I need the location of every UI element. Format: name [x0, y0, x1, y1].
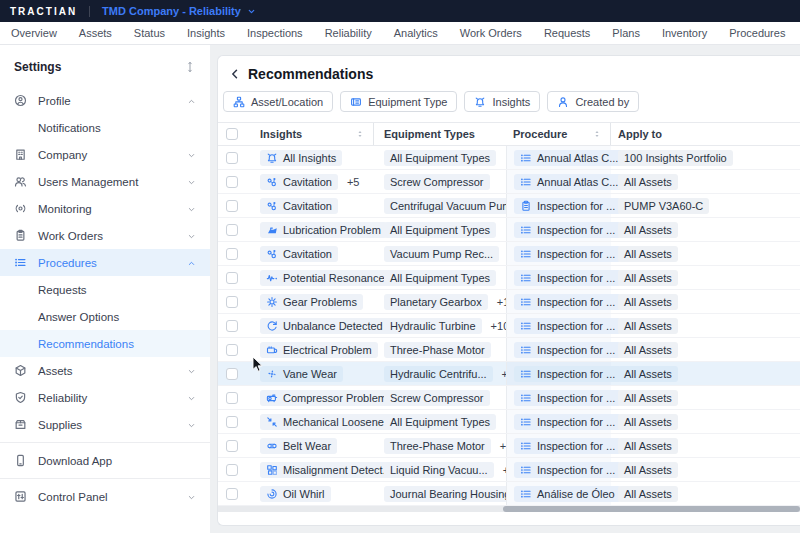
sidebar-item-requests[interactable]: Requests: [0, 276, 210, 303]
table-row[interactable]: All InsightsAll Equipment TypesAnnual At…: [218, 146, 800, 170]
nav-item-overview[interactable]: Overview: [0, 27, 68, 39]
row-checkbox[interactable]: [226, 200, 238, 212]
procedure-tag[interactable]: Análise de Óleo: [514, 486, 621, 502]
table-row[interactable]: CavitationVacuum Pump Rec...+6Inspection…: [218, 242, 800, 266]
sidebar-item-control-panel[interactable]: Control Panel: [0, 483, 210, 510]
procedure-tag[interactable]: Inspection for ...: [514, 342, 621, 358]
row-checkbox[interactable]: [226, 296, 238, 308]
nav-item-inspections[interactable]: Inspections: [236, 27, 314, 39]
procedure-tag[interactable]: Inspection for ...: [514, 222, 621, 238]
filter-button-created-by[interactable]: Created by: [547, 91, 639, 112]
nav-item-plans[interactable]: Plans: [601, 27, 651, 39]
sidebar-item-profile[interactable]: Profile: [0, 87, 210, 114]
row-checkbox[interactable]: [226, 368, 238, 380]
column-header-equipment-types[interactable]: Equipment Types: [374, 123, 506, 145]
table-row[interactable]: Gear ProblemsPlanetary Gearbox+1Inspecti…: [218, 290, 800, 314]
table-row[interactable]: Vane WearHydraulic Centrifu...+2Inspecti…: [218, 362, 800, 386]
horizontal-scrollbar[interactable]: [218, 506, 800, 512]
procedure-tag[interactable]: Inspection for ...: [514, 414, 621, 430]
filter-button-asset-location[interactable]: Asset/Location: [223, 91, 333, 112]
row-checkbox[interactable]: [226, 440, 238, 452]
procedure-tag[interactable]: Inspection for ...: [514, 390, 621, 406]
sidebar-item-recommendations[interactable]: Recommendations: [0, 330, 210, 357]
column-header-procedure[interactable]: Procedure: [506, 123, 611, 145]
sidebar-item-monitoring[interactable]: Monitoring: [0, 195, 210, 222]
table-row[interactable]: Potential ResonanceAll Equipment TypesIn…: [218, 266, 800, 290]
table-row[interactable]: Lubrication ProblemAll Equipment TypesIn…: [218, 218, 800, 242]
procedure-tag[interactable]: Inspection for ...: [514, 270, 621, 286]
row-checkbox[interactable]: [226, 416, 238, 428]
nav-item-analytics[interactable]: Analytics: [383, 27, 449, 39]
table-row[interactable]: Belt WearThree-Phase Motor+1Inspection f…: [218, 434, 800, 458]
row-checkbox[interactable]: [226, 272, 238, 284]
sidebar-item-reliability[interactable]: Reliability: [0, 384, 210, 411]
nav-item-reliability[interactable]: Reliability: [314, 27, 383, 39]
apply-to-cell: All Assets: [611, 410, 800, 433]
nav-item-requests[interactable]: Requests: [533, 27, 601, 39]
sidebar-item-company[interactable]: Company: [0, 141, 210, 168]
table-row[interactable]: Misalignment Detect...Liquid Ring Vacuu.…: [218, 458, 800, 482]
company-selector[interactable]: TMD Company - Reliability: [102, 5, 256, 17]
sidebar-item-answer-options[interactable]: Answer Options: [0, 303, 210, 330]
sort-icon[interactable]: [592, 129, 602, 139]
procedure-tag[interactable]: Annual Atlas C...: [514, 150, 624, 166]
procedure-tag[interactable]: Inspection for ...: [514, 318, 621, 334]
sidebar-item-supplies[interactable]: Supplies: [0, 411, 210, 438]
filter-button-insights[interactable]: Insights: [464, 91, 540, 112]
table-row[interactable]: Compressor ProblemScrew CompressorInspec…: [218, 386, 800, 410]
sidebar-item-download-app[interactable]: Download App: [0, 447, 210, 474]
column-header-apply-to[interactable]: Apply to: [611, 123, 800, 145]
sidebar-item-assets[interactable]: Assets: [0, 357, 210, 384]
procedure-tag[interactable]: Inspection for ...: [514, 198, 621, 214]
nav-item-insights[interactable]: Insights: [176, 27, 236, 39]
scrollbar-thumb[interactable]: [503, 506, 800, 512]
table-row[interactable]: Oil WhirlJournal Bearing HousingAnálise …: [218, 482, 800, 506]
procedure-tag[interactable]: Inspection for ...: [514, 462, 621, 478]
apply-to-tag: All Assets: [618, 366, 678, 382]
nav-item-status[interactable]: Status: [123, 27, 176, 39]
row-checkbox[interactable]: [226, 488, 238, 500]
row-checkbox[interactable]: [226, 248, 238, 260]
table-row[interactable]: Mechanical Loosene...All Equipment Types…: [218, 410, 800, 434]
sidebar-item-users-management[interactable]: Users Management: [0, 168, 210, 195]
sidebar-item-notifications[interactable]: Notifications: [0, 114, 210, 141]
sort-icon[interactable]: [355, 129, 365, 139]
apply-to-label: PUMP V3A60-C: [624, 200, 703, 212]
row-checkbox[interactable]: [226, 464, 238, 476]
nav-item-inventory[interactable]: Inventory: [651, 27, 718, 39]
filter-button-equipment-type[interactable]: Equipment Type: [340, 91, 457, 112]
select-all-checkbox[interactable]: [226, 128, 238, 140]
row-checkbox[interactable]: [226, 176, 238, 188]
row-checkbox[interactable]: [226, 152, 238, 164]
apply-to-label: All Assets: [624, 176, 672, 188]
procedure-tag[interactable]: Annual Atlas C...: [514, 174, 624, 190]
row-checkbox[interactable]: [226, 320, 238, 332]
sidebar-item-work-orders[interactable]: Work Orders: [0, 222, 210, 249]
back-button[interactable]: [229, 68, 241, 80]
nav-item-procedures[interactable]: Procedures: [718, 27, 796, 39]
row-checkbox[interactable]: [226, 224, 238, 236]
apply-to-tag: All Assets: [618, 486, 678, 502]
drag-handle-icon[interactable]: [184, 61, 196, 73]
procedure-tag[interactable]: Inspection for ...: [514, 438, 621, 454]
nav-item-work-orders[interactable]: Work Orders: [449, 27, 533, 39]
row-checkbox[interactable]: [226, 344, 238, 356]
nav-item-metrics[interactable]: Metrics: [796, 27, 800, 39]
insight-cell: Cavitation: [254, 194, 374, 217]
procedure-tag[interactable]: Inspection for ...: [514, 246, 621, 262]
row-checkbox-cell: [218, 386, 254, 409]
table-row[interactable]: CavitationCentrifugal Vacuum PumpInspect…: [218, 194, 800, 218]
table-row[interactable]: Electrical ProblemThree-Phase MotorInspe…: [218, 338, 800, 362]
equipment-tag: Three-Phase Motor: [384, 342, 491, 358]
table-row[interactable]: Cavitation+5Screw CompressorAnnual Atlas…: [218, 170, 800, 194]
column-header-insights[interactable]: Insights: [254, 123, 374, 145]
insight-label: Vane Wear: [283, 368, 337, 380]
procedure-tag[interactable]: Inspection for ...: [514, 366, 621, 382]
table-row[interactable]: Unbalance DetectedHydraulic Turbine+10In…: [218, 314, 800, 338]
sidebar-item-procedures[interactable]: Procedures: [0, 249, 210, 276]
row-checkbox[interactable]: [226, 392, 238, 404]
procedure-tag[interactable]: Inspection for ...: [514, 294, 621, 310]
equipment-label: Journal Bearing Housing: [390, 488, 510, 500]
clipboard-icon: [520, 200, 532, 212]
nav-item-assets[interactable]: Assets: [68, 27, 123, 39]
